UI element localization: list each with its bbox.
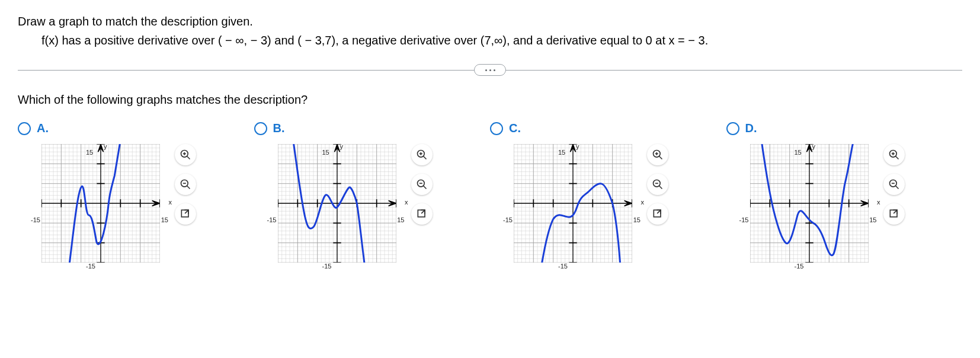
svg-line-3	[187, 156, 190, 159]
expand-button[interactable]	[474, 64, 506, 76]
svg-line-25	[659, 156, 662, 159]
option-d: D.	[726, 122, 963, 268]
x-min-label: -15	[267, 216, 277, 223]
zoom-out-button[interactable]	[175, 174, 196, 195]
expand-graph-button[interactable]	[411, 203, 433, 225]
zoom-in-button[interactable]	[411, 144, 433, 165]
radio-a[interactable]	[18, 122, 31, 135]
x-min-label: -15	[31, 216, 40, 223]
x-axis-label: x	[405, 199, 408, 206]
svg-line-21	[421, 210, 425, 213]
option-label-d: D.	[745, 122, 757, 135]
y-axis-label: y	[340, 143, 344, 150]
x-axis-label: x	[877, 199, 880, 206]
zoom-out-button[interactable]	[411, 174, 433, 195]
y-min-label: -15	[322, 263, 332, 270]
y-min-label: -15	[795, 263, 804, 270]
radio-b[interactable]	[254, 122, 267, 135]
y-max-label: 15	[86, 149, 93, 156]
option-c: C.	[490, 122, 726, 268]
x-axis-label: x	[641, 199, 645, 206]
svg-line-10	[185, 210, 188, 213]
option-a: A.	[18, 122, 254, 268]
zoom-out-button[interactable]	[883, 174, 905, 195]
x-axis-label: x	[169, 199, 172, 206]
subquestion-text: Which of the following graphs matches th…	[18, 93, 962, 107]
y-max-label: 15	[322, 149, 329, 156]
graph-b: y x 15 -15 -15 15	[278, 144, 402, 268]
radio-c[interactable]	[490, 122, 503, 135]
svg-line-29	[659, 186, 662, 189]
question-line-1: Draw a graph to match the description gi…	[18, 12, 962, 31]
y-axis-label: y	[812, 143, 816, 150]
graph-a: y x 15 -15 -15 15	[41, 144, 166, 268]
svg-line-18	[423, 186, 426, 189]
expand-graph-button[interactable]	[883, 203, 905, 225]
x-max-label: 15	[161, 216, 168, 223]
zoom-in-button[interactable]	[883, 144, 905, 165]
zoom-out-button[interactable]	[647, 174, 668, 195]
radio-d[interactable]	[726, 122, 739, 135]
graph-c: y x 15 -15 -15 15	[514, 144, 638, 268]
option-label-b: B.	[273, 122, 285, 135]
section-divider	[18, 65, 962, 75]
question-text: Draw a graph to match the description gi…	[18, 12, 962, 50]
svg-line-43	[893, 210, 897, 213]
y-max-label: 15	[558, 149, 565, 156]
zoom-in-button[interactable]	[647, 144, 668, 165]
x-max-label: 15	[397, 216, 404, 223]
y-axis-label: y	[104, 143, 107, 150]
expand-graph-button[interactable]	[647, 203, 668, 225]
expand-graph-button[interactable]	[175, 203, 196, 225]
y-max-label: 15	[795, 149, 802, 156]
y-axis-label: y	[576, 143, 579, 150]
question-line-2: f(x) has a positive derivative over ( − …	[18, 31, 962, 50]
options-container: A.	[18, 122, 962, 268]
svg-line-36	[895, 156, 898, 159]
option-b: B.	[254, 122, 491, 268]
x-max-label: 15	[869, 216, 876, 223]
y-min-label: -15	[86, 263, 95, 270]
x-min-label: -15	[503, 216, 513, 223]
option-label-a: A.	[37, 122, 49, 135]
graph-d: y x 15 -15 -15 15	[750, 144, 875, 268]
svg-line-14	[423, 156, 426, 159]
svg-line-32	[657, 210, 661, 213]
x-min-label: -15	[739, 216, 749, 223]
x-max-label: 15	[633, 216, 640, 223]
option-label-c: C.	[509, 122, 521, 135]
zoom-in-button[interactable]	[175, 144, 196, 165]
y-min-label: -15	[558, 263, 568, 270]
svg-line-7	[187, 186, 190, 189]
svg-line-40	[895, 186, 898, 189]
